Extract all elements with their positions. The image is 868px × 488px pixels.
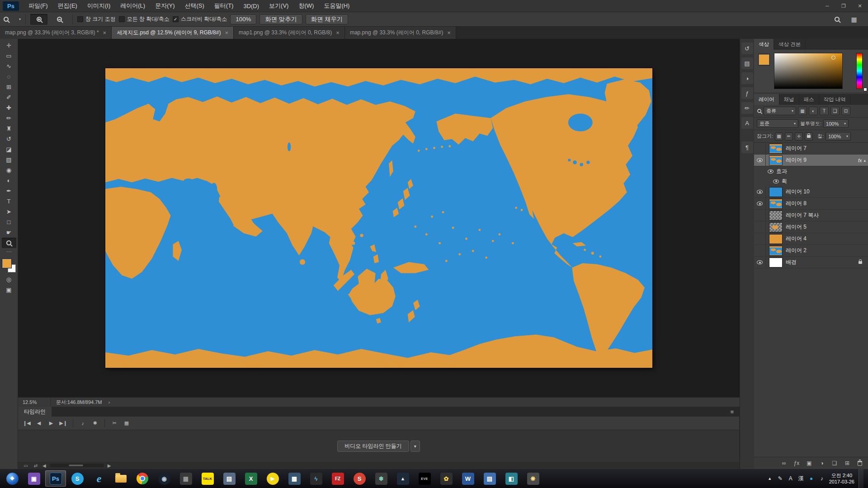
- tool-brush[interactable]: ✏: [2, 113, 16, 123]
- layer-effects-row[interactable]: 효과: [754, 166, 868, 176]
- timeline-settings-button[interactable]: ✱: [91, 419, 99, 428]
- maximize-button[interactable]: ❐: [835, 0, 852, 12]
- close-button[interactable]: ✕: [852, 0, 868, 12]
- filter-kind-dropdown[interactable]: 종류 ▾: [764, 107, 796, 115]
- zoom-in-button[interactable]: [30, 14, 47, 25]
- layer-row-10[interactable]: 레이어 10: [754, 186, 868, 198]
- layer-thumbnail[interactable]: [769, 144, 783, 154]
- taskbar-excel[interactable]: X: [241, 470, 261, 487]
- eye-icon[interactable]: [773, 179, 779, 183]
- slider-thumb[interactable]: [68, 464, 84, 467]
- taskbar-file-explorer[interactable]: [110, 470, 131, 487]
- previous-frame-button[interactable]: ◀: [35, 419, 43, 428]
- layer-row-8[interactable]: 레이어 8: [754, 198, 868, 210]
- tool-path-selection[interactable]: ➤: [2, 206, 16, 217]
- filter-adjustment-layers-button[interactable]: ◐: [809, 107, 818, 115]
- tab-paths[interactable]: 패스: [799, 94, 819, 105]
- lock-transparency-button[interactable]: ▩: [775, 132, 783, 141]
- visibility-toggle[interactable]: [754, 155, 766, 166]
- scrubby-zoom-checkbox[interactable]: ✓ 스크러비 확대/축소: [173, 15, 227, 23]
- layer-thumbnail[interactable]: [769, 187, 783, 197]
- tray-notification-icon[interactable]: ●: [808, 475, 815, 482]
- visibility-toggle[interactable]: [754, 221, 766, 233]
- menu-edit[interactable]: 편집(E): [53, 0, 82, 12]
- tool-healing-brush[interactable]: ✚: [2, 103, 16, 113]
- visibility-toggle[interactable]: [754, 210, 766, 221]
- panel-paragraph-button[interactable]: ¶: [741, 141, 753, 153]
- taskbar-messenger[interactable]: S: [67, 470, 88, 487]
- tool-shape[interactable]: □: [2, 217, 16, 227]
- tool-crop[interactable]: ⊞: [2, 82, 16, 92]
- visibility-toggle[interactable]: [754, 245, 766, 256]
- next-frame-button[interactable]: ▶❙: [59, 419, 67, 428]
- timeline-tab[interactable]: 타임라인: [18, 407, 52, 417]
- default-colors-swatch[interactable]: [863, 88, 867, 91]
- taskbar-paint[interactable]: ❋: [523, 470, 543, 487]
- show-desktop-button[interactable]: [859, 469, 863, 488]
- ime-hanja-indicator[interactable]: 漢: [798, 475, 804, 483]
- minimize-button[interactable]: ─: [819, 0, 835, 12]
- panel-styles-button[interactable]: ƒ: [741, 87, 753, 99]
- panel-properties-button[interactable]: ▤: [741, 57, 753, 69]
- taskbar-eve-online[interactable]: EVE: [414, 470, 435, 487]
- visibility-toggle[interactable]: [754, 233, 766, 244]
- split-clip-button[interactable]: ✂: [110, 419, 118, 428]
- lock-all-button[interactable]: [805, 132, 813, 141]
- tool-zoom[interactable]: [2, 238, 16, 248]
- tab-map1-png[interactable]: map1.png @ 33.3% (레이어 0, RGB/8) ×: [234, 27, 345, 39]
- lock-pixels-button[interactable]: ✏: [785, 132, 793, 141]
- fill-dropdown[interactable]: 100% ▾: [826, 132, 851, 141]
- tool-blur[interactable]: ◉: [2, 165, 16, 175]
- menu-image[interactable]: 이미지(I): [82, 0, 115, 12]
- zoom-tool-preset[interactable]: ▾: [4, 14, 21, 25]
- tool-lasso[interactable]: ∿: [2, 61, 16, 71]
- visibility-toggle[interactable]: [754, 257, 766, 268]
- taskbar-utorrent[interactable]: ϟ: [306, 470, 326, 487]
- status-more-icon[interactable]: ›: [108, 399, 110, 405]
- filter-type-layers-button[interactable]: T: [820, 107, 829, 115]
- layer-row-2[interactable]: 레이어 2: [754, 245, 868, 257]
- taskbar-settings-app[interactable]: ❄: [371, 470, 392, 487]
- link-layers-button[interactable]: ∞: [780, 459, 788, 467]
- tab-segyejido-psd[interactable]: 세계지도.psd @ 12.5% (레이어 9, RGB/8#) ×: [112, 27, 234, 39]
- taskbar-internet-explorer[interactable]: e: [89, 470, 109, 487]
- layer-thumbnail[interactable]: [769, 211, 783, 221]
- zoom-in-track-icon[interactable]: ▶: [108, 463, 111, 468]
- fill-screen-button[interactable]: 화면 채우기: [306, 14, 348, 24]
- layer-row-5[interactable]: 레이어 5: [754, 221, 868, 233]
- world-map-canvas[interactable]: [105, 68, 652, 368]
- foreground-color-swatch[interactable]: [2, 259, 11, 268]
- status-zoom-field[interactable]: 12.5%: [18, 398, 51, 407]
- layer-row-4[interactable]: 레이어 4: [754, 233, 868, 245]
- taskbar-kakaotalk[interactable]: TALK: [197, 470, 218, 487]
- filter-smart-objects-button[interactable]: ⊡: [841, 107, 850, 115]
- panel-adjustments-button[interactable]: ◑: [741, 72, 753, 84]
- menu-view[interactable]: 보기(V): [264, 0, 293, 12]
- layer-style-button[interactable]: ƒx: [793, 459, 800, 467]
- taskbar-antivirus[interactable]: S: [349, 470, 370, 487]
- tab-close-icon[interactable]: ×: [336, 29, 340, 36]
- mute-audio-button[interactable]: ♪: [79, 419, 87, 428]
- tray-expand-icon[interactable]: ▲: [767, 476, 773, 481]
- tool-dodge[interactable]: ◐: [2, 175, 16, 186]
- tool-eraser[interactable]: ◪: [2, 144, 16, 155]
- layer-thumbnail[interactable]: [769, 258, 783, 267]
- create-video-timeline-button[interactable]: 비디오 타임라인 만들기: [337, 441, 409, 452]
- taskbar-notes[interactable]: ▤: [219, 470, 240, 487]
- taskbar-remote-desktop[interactable]: ◧: [501, 470, 522, 487]
- tool-quick-selection[interactable]: ◌: [2, 71, 16, 82]
- menu-file[interactable]: 파일(F): [24, 0, 53, 12]
- foreground-color-preview[interactable]: [758, 54, 770, 66]
- frame-options-button[interactable]: ▦: [123, 419, 131, 428]
- panel-history-button[interactable]: ↺: [741, 42, 753, 54]
- actual-size-button[interactable]: 100%: [230, 14, 256, 24]
- layer-row-9[interactable]: 레이어 9 fx ▴: [754, 155, 868, 166]
- taskbar-photoshop[interactable]: Ps: [45, 470, 66, 487]
- layer-thumbnail[interactable]: [769, 222, 783, 232]
- menu-window[interactable]: 창(W): [293, 0, 319, 12]
- tool-pen[interactable]: ✒: [2, 186, 16, 196]
- tab-swatches[interactable]: 색상 견본: [774, 39, 806, 50]
- opacity-dropdown[interactable]: 100% ▾: [823, 119, 849, 128]
- zoom-all-windows-checkbox[interactable]: 모든 창 확대/축소: [119, 15, 170, 23]
- taskbar-ship-game[interactable]: ▲: [392, 470, 413, 487]
